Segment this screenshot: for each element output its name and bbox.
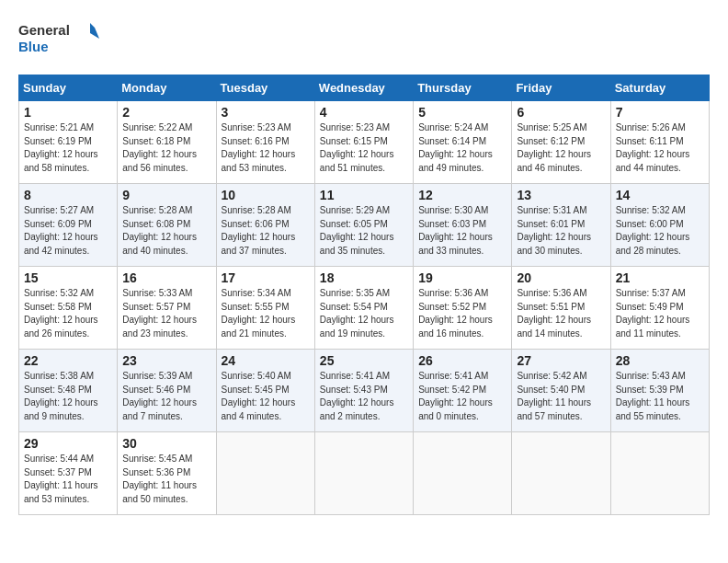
calendar-day-cell: 3Sunrise: 5:23 AM Sunset: 6:16 PM Daylig… [216, 101, 314, 184]
calendar-week-row: 29Sunrise: 5:44 AM Sunset: 5:37 PM Dayli… [19, 432, 710, 515]
day-info: Sunrise: 5:23 AM Sunset: 6:15 PM Dayligh… [320, 121, 408, 175]
calendar-day-cell: 12Sunrise: 5:30 AM Sunset: 6:03 PM Dayli… [414, 184, 512, 267]
day-number: 11 [320, 188, 408, 202]
calendar-day-cell: 16Sunrise: 5:33 AM Sunset: 5:57 PM Dayli… [118, 267, 216, 350]
calendar-day-cell: 5Sunrise: 5:24 AM Sunset: 6:14 PM Daylig… [414, 101, 512, 184]
day-number: 23 [122, 353, 210, 368]
day-number: 21 [616, 270, 704, 285]
calendar-day-cell: 8Sunrise: 5:27 AM Sunset: 6:09 PM Daylig… [19, 184, 118, 267]
calendar-day-cell: 28Sunrise: 5:43 AM Sunset: 5:39 PM Dayli… [610, 350, 709, 432]
day-number: 18 [320, 270, 408, 285]
calendar-day-cell: 24Sunrise: 5:40 AM Sunset: 5:45 PM Dayli… [216, 350, 314, 432]
day-info: Sunrise: 5:31 AM Sunset: 6:01 PM Dayligh… [517, 204, 605, 258]
calendar-day-cell: 2Sunrise: 5:22 AM Sunset: 6:18 PM Daylig… [118, 101, 216, 184]
calendar-week-row: 1Sunrise: 5:21 AM Sunset: 6:19 PM Daylig… [19, 101, 710, 184]
day-number: 28 [616, 353, 704, 368]
day-number: 20 [517, 270, 605, 285]
calendar-table: SundayMondayTuesdayWednesdayThursdayFrid… [18, 75, 710, 515]
weekday-header-cell: Sunday [19, 75, 118, 101]
day-info: Sunrise: 5:41 AM Sunset: 5:43 PM Dayligh… [320, 370, 408, 423]
svg-marker-2 [90, 23, 99, 39]
calendar-day-cell: 30Sunrise: 5:45 AM Sunset: 5:36 PM Dayli… [118, 432, 216, 515]
calendar-week-row: 8Sunrise: 5:27 AM Sunset: 6:09 PM Daylig… [19, 184, 710, 267]
day-number: 29 [24, 436, 112, 451]
day-number: 3 [222, 105, 310, 120]
weekday-header-cell: Monday [118, 75, 216, 101]
day-info: Sunrise: 5:29 AM Sunset: 6:05 PM Dayligh… [320, 204, 408, 258]
day-info: Sunrise: 5:28 AM Sunset: 6:08 PM Dayligh… [122, 204, 210, 258]
day-number: 4 [320, 105, 408, 120]
day-number: 14 [616, 188, 704, 202]
calendar-day-cell: 10Sunrise: 5:28 AM Sunset: 6:06 PM Dayli… [216, 184, 314, 267]
day-info: Sunrise: 5:43 AM Sunset: 5:39 PM Dayligh… [616, 370, 704, 423]
day-number: 27 [517, 353, 605, 368]
calendar-day-cell: 17Sunrise: 5:34 AM Sunset: 5:55 PM Dayli… [216, 267, 314, 350]
day-info: Sunrise: 5:32 AM Sunset: 5:58 PM Dayligh… [24, 287, 112, 340]
calendar-day-cell: 9Sunrise: 5:28 AM Sunset: 6:08 PM Daylig… [118, 184, 216, 267]
calendar-day-cell [216, 432, 314, 515]
calendar-day-cell [610, 432, 709, 515]
day-number: 30 [122, 436, 210, 451]
day-info: Sunrise: 5:36 AM Sunset: 5:51 PM Dayligh… [517, 287, 605, 340]
calendar-day-cell [414, 432, 512, 515]
day-info: Sunrise: 5:26 AM Sunset: 6:11 PM Dayligh… [616, 121, 704, 175]
day-info: Sunrise: 5:37 AM Sunset: 5:49 PM Dayligh… [616, 287, 704, 340]
calendar-day-cell: 19Sunrise: 5:36 AM Sunset: 5:52 PM Dayli… [414, 267, 512, 350]
day-number: 22 [24, 353, 112, 368]
calendar-body: 1Sunrise: 5:21 AM Sunset: 6:19 PM Daylig… [19, 101, 710, 515]
day-number: 6 [517, 105, 605, 120]
day-number: 25 [320, 353, 408, 368]
calendar-day-cell: 7Sunrise: 5:26 AM Sunset: 6:11 PM Daylig… [610, 101, 709, 184]
calendar-day-cell: 25Sunrise: 5:41 AM Sunset: 5:43 PM Dayli… [314, 350, 413, 432]
day-number: 8 [24, 188, 112, 202]
weekday-header-cell: Tuesday [216, 75, 314, 101]
weekday-header-row: SundayMondayTuesdayWednesdayThursdayFrid… [19, 75, 710, 101]
calendar-day-cell [512, 432, 610, 515]
day-info: Sunrise: 5:21 AM Sunset: 6:19 PM Dayligh… [24, 121, 112, 175]
calendar-day-cell: 1Sunrise: 5:21 AM Sunset: 6:19 PM Daylig… [19, 101, 118, 184]
calendar-day-cell: 14Sunrise: 5:32 AM Sunset: 6:00 PM Dayli… [610, 184, 709, 267]
day-info: Sunrise: 5:45 AM Sunset: 5:36 PM Dayligh… [122, 453, 210, 506]
calendar-day-cell: 11Sunrise: 5:29 AM Sunset: 6:05 PM Dayli… [314, 184, 413, 267]
weekday-header-cell: Wednesday [314, 75, 413, 101]
calendar-day-cell: 22Sunrise: 5:38 AM Sunset: 5:48 PM Dayli… [19, 350, 118, 432]
day-number: 7 [616, 105, 704, 120]
svg-text:Blue: Blue [18, 39, 49, 54]
day-info: Sunrise: 5:36 AM Sunset: 5:52 PM Dayligh… [418, 287, 506, 340]
day-info: Sunrise: 5:38 AM Sunset: 5:48 PM Dayligh… [24, 370, 112, 423]
calendar-day-cell: 15Sunrise: 5:32 AM Sunset: 5:58 PM Dayli… [19, 267, 118, 350]
day-info: Sunrise: 5:34 AM Sunset: 5:55 PM Dayligh… [222, 287, 310, 340]
calendar-week-row: 22Sunrise: 5:38 AM Sunset: 5:48 PM Dayli… [19, 350, 710, 432]
day-number: 17 [222, 270, 310, 285]
day-info: Sunrise: 5:39 AM Sunset: 5:46 PM Dayligh… [122, 370, 210, 423]
day-info: Sunrise: 5:32 AM Sunset: 6:00 PM Dayligh… [616, 204, 704, 258]
calendar-day-cell: 20Sunrise: 5:36 AM Sunset: 5:51 PM Dayli… [512, 267, 610, 350]
day-number: 24 [222, 353, 310, 368]
calendar-day-cell: 18Sunrise: 5:35 AM Sunset: 5:54 PM Dayli… [314, 267, 413, 350]
logo: General Blue [18, 18, 101, 60]
day-info: Sunrise: 5:28 AM Sunset: 6:06 PM Dayligh… [222, 204, 310, 258]
day-info: Sunrise: 5:27 AM Sunset: 6:09 PM Dayligh… [24, 204, 112, 258]
day-info: Sunrise: 5:44 AM Sunset: 5:37 PM Dayligh… [24, 453, 112, 506]
day-number: 15 [24, 270, 112, 285]
day-info: Sunrise: 5:30 AM Sunset: 6:03 PM Dayligh… [418, 204, 506, 258]
logo-svg: General Blue [18, 18, 101, 60]
calendar-day-cell: 27Sunrise: 5:42 AM Sunset: 5:40 PM Dayli… [512, 350, 610, 432]
day-number: 9 [122, 188, 210, 202]
day-info: Sunrise: 5:40 AM Sunset: 5:45 PM Dayligh… [222, 370, 310, 423]
day-number: 5 [418, 105, 506, 120]
calendar-day-cell: 26Sunrise: 5:41 AM Sunset: 5:42 PM Dayli… [414, 350, 512, 432]
calendar-day-cell: 6Sunrise: 5:25 AM Sunset: 6:12 PM Daylig… [512, 101, 610, 184]
weekday-header-cell: Thursday [414, 75, 512, 101]
calendar-day-cell: 23Sunrise: 5:39 AM Sunset: 5:46 PM Dayli… [118, 350, 216, 432]
calendar-day-cell: 13Sunrise: 5:31 AM Sunset: 6:01 PM Dayli… [512, 184, 610, 267]
calendar-week-row: 15Sunrise: 5:32 AM Sunset: 5:58 PM Dayli… [19, 267, 710, 350]
svg-text:General: General [18, 22, 70, 38]
weekday-header-cell: Saturday [610, 75, 709, 101]
day-number: 12 [418, 188, 506, 202]
day-info: Sunrise: 5:24 AM Sunset: 6:14 PM Dayligh… [418, 121, 506, 175]
day-number: 2 [122, 105, 210, 120]
day-number: 16 [122, 270, 210, 285]
weekday-header-cell: Friday [512, 75, 610, 101]
day-info: Sunrise: 5:25 AM Sunset: 6:12 PM Dayligh… [517, 121, 605, 175]
